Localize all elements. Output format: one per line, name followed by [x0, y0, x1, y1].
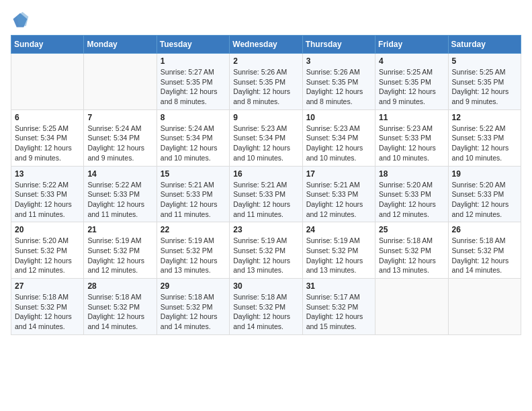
day-number: 30 — [233, 281, 298, 291]
day-info: Sunrise: 5:20 AMSunset: 5:33 PMDaylight:… — [452, 180, 517, 220]
day-header-monday: Monday — [84, 36, 157, 54]
day-info: Sunrise: 5:18 AMSunset: 5:32 PMDaylight:… — [87, 292, 152, 332]
day-number: 27 — [15, 281, 80, 291]
calendar-cell: 19 Sunrise: 5:20 AMSunset: 5:33 PMDaylig… — [448, 166, 521, 222]
day-number: 1 — [161, 56, 226, 66]
day-info: Sunrise: 5:25 AMSunset: 5:35 PMDaylight:… — [452, 67, 517, 107]
calendar-cell: 20 Sunrise: 5:20 AMSunset: 5:32 PMDaylig… — [11, 222, 84, 279]
day-number: 19 — [452, 169, 517, 179]
calendar-cell: 30 Sunrise: 5:18 AMSunset: 5:32 PMDaylig… — [230, 279, 302, 335]
day-header-saturday: Saturday — [448, 36, 521, 54]
day-info: Sunrise: 5:23 AMSunset: 5:33 PMDaylight:… — [379, 124, 444, 163]
calendar-cell: 16 Sunrise: 5:21 AMSunset: 5:33 PMDaylig… — [230, 166, 302, 222]
day-header-friday: Friday — [375, 36, 448, 54]
calendar-header-row: SundayMondayTuesdayWednesdayThursdayFrid… — [11, 36, 521, 54]
page-header — [11, 11, 521, 30]
day-number: 11 — [379, 113, 444, 122]
calendar-cell: 6 Sunrise: 5:25 AMSunset: 5:34 PMDayligh… — [11, 109, 84, 166]
day-info: Sunrise: 5:18 AMSunset: 5:32 PMDaylight:… — [233, 292, 298, 332]
day-number: 24 — [306, 225, 371, 234]
day-number: 3 — [306, 56, 371, 66]
day-number: 9 — [233, 113, 298, 122]
day-number: 26 — [452, 225, 517, 234]
calendar-cell — [11, 54, 84, 110]
calendar-cell: 17 Sunrise: 5:21 AMSunset: 5:33 PMDaylig… — [302, 166, 375, 222]
day-number: 18 — [379, 169, 444, 179]
calendar-cell: 12 Sunrise: 5:22 AMSunset: 5:33 PMDaylig… — [448, 109, 521, 166]
week-row-1: 1 Sunrise: 5:27 AMSunset: 5:35 PMDayligh… — [11, 54, 521, 110]
calendar-cell: 28 Sunrise: 5:18 AMSunset: 5:32 PMDaylig… — [84, 279, 157, 335]
calendar-cell: 29 Sunrise: 5:18 AMSunset: 5:32 PMDaylig… — [157, 279, 229, 335]
calendar-cell: 9 Sunrise: 5:23 AMSunset: 5:34 PMDayligh… — [230, 109, 302, 166]
day-number: 5 — [452, 56, 517, 66]
calendar-cell: 7 Sunrise: 5:24 AMSunset: 5:34 PMDayligh… — [84, 109, 157, 166]
day-number: 14 — [87, 169, 152, 179]
day-number: 22 — [161, 225, 226, 234]
day-info: Sunrise: 5:25 AMSunset: 5:35 PMDaylight:… — [379, 67, 444, 107]
calendar-cell: 13 Sunrise: 5:22 AMSunset: 5:33 PMDaylig… — [11, 166, 84, 222]
day-info: Sunrise: 5:24 AMSunset: 5:34 PMDaylight:… — [161, 124, 226, 163]
calendar-cell: 5 Sunrise: 5:25 AMSunset: 5:35 PMDayligh… — [448, 54, 521, 110]
day-number: 20 — [15, 225, 80, 234]
calendar-cell — [448, 279, 521, 335]
day-number: 7 — [87, 113, 152, 122]
day-number: 17 — [306, 169, 371, 179]
day-number: 10 — [306, 113, 371, 122]
calendar-cell — [375, 279, 448, 335]
calendar-cell: 8 Sunrise: 5:24 AMSunset: 5:34 PMDayligh… — [157, 109, 229, 166]
calendar-cell: 22 Sunrise: 5:19 AMSunset: 5:32 PMDaylig… — [157, 222, 229, 279]
day-header-thursday: Thursday — [302, 36, 375, 54]
day-number: 16 — [233, 169, 298, 179]
day-info: Sunrise: 5:27 AMSunset: 5:35 PMDaylight:… — [161, 67, 226, 107]
calendar-cell: 15 Sunrise: 5:21 AMSunset: 5:33 PMDaylig… — [157, 166, 229, 222]
day-number: 21 — [87, 225, 152, 234]
calendar-cell: 4 Sunrise: 5:25 AMSunset: 5:35 PMDayligh… — [375, 54, 448, 110]
day-number: 6 — [15, 113, 80, 122]
logo — [11, 11, 32, 30]
calendar-cell: 31 Sunrise: 5:17 AMSunset: 5:32 PMDaylig… — [302, 279, 375, 335]
day-number: 29 — [161, 281, 226, 291]
day-number: 2 — [233, 56, 298, 66]
day-number: 15 — [161, 169, 226, 179]
calendar-cell: 26 Sunrise: 5:18 AMSunset: 5:32 PMDaylig… — [448, 222, 521, 279]
calendar-table: SundayMondayTuesdayWednesdayThursdayFrid… — [11, 35, 521, 335]
calendar-cell: 11 Sunrise: 5:23 AMSunset: 5:33 PMDaylig… — [375, 109, 448, 166]
calendar-cell: 3 Sunrise: 5:26 AMSunset: 5:35 PMDayligh… — [302, 54, 375, 110]
day-info: Sunrise: 5:21 AMSunset: 5:33 PMDaylight:… — [233, 180, 298, 220]
day-info: Sunrise: 5:23 AMSunset: 5:34 PMDaylight:… — [306, 124, 371, 163]
day-info: Sunrise: 5:23 AMSunset: 5:34 PMDaylight:… — [233, 124, 298, 163]
day-number: 12 — [452, 113, 517, 122]
day-number: 13 — [15, 169, 80, 179]
day-info: Sunrise: 5:18 AMSunset: 5:32 PMDaylight:… — [452, 236, 517, 275]
day-info: Sunrise: 5:18 AMSunset: 5:32 PMDaylight:… — [379, 236, 444, 275]
calendar-cell: 25 Sunrise: 5:18 AMSunset: 5:32 PMDaylig… — [375, 222, 448, 279]
day-info: Sunrise: 5:20 AMSunset: 5:33 PMDaylight:… — [379, 180, 444, 220]
day-header-sunday: Sunday — [11, 36, 84, 54]
day-info: Sunrise: 5:19 AMSunset: 5:32 PMDaylight:… — [306, 236, 371, 275]
calendar-cell: 2 Sunrise: 5:26 AMSunset: 5:35 PMDayligh… — [230, 54, 302, 110]
day-info: Sunrise: 5:20 AMSunset: 5:32 PMDaylight:… — [15, 236, 80, 275]
calendar-cell: 23 Sunrise: 5:19 AMSunset: 5:32 PMDaylig… — [230, 222, 302, 279]
day-header-tuesday: Tuesday — [157, 36, 229, 54]
week-row-5: 27 Sunrise: 5:18 AMSunset: 5:32 PMDaylig… — [11, 279, 521, 335]
week-row-2: 6 Sunrise: 5:25 AMSunset: 5:34 PMDayligh… — [11, 109, 521, 166]
day-info: Sunrise: 5:19 AMSunset: 5:32 PMDaylight:… — [87, 236, 152, 275]
day-info: Sunrise: 5:18 AMSunset: 5:32 PMDaylight:… — [15, 292, 80, 332]
day-info: Sunrise: 5:22 AMSunset: 5:33 PMDaylight:… — [87, 180, 152, 220]
calendar-cell: 21 Sunrise: 5:19 AMSunset: 5:32 PMDaylig… — [84, 222, 157, 279]
calendar-cell: 24 Sunrise: 5:19 AMSunset: 5:32 PMDaylig… — [302, 222, 375, 279]
week-row-3: 13 Sunrise: 5:22 AMSunset: 5:33 PMDaylig… — [11, 166, 521, 222]
day-number: 25 — [379, 225, 444, 234]
calendar-cell: 18 Sunrise: 5:20 AMSunset: 5:33 PMDaylig… — [375, 166, 448, 222]
day-info: Sunrise: 5:26 AMSunset: 5:35 PMDaylight:… — [306, 67, 371, 107]
calendar-cell: 27 Sunrise: 5:18 AMSunset: 5:32 PMDaylig… — [11, 279, 84, 335]
day-number: 4 — [379, 56, 444, 66]
day-info: Sunrise: 5:21 AMSunset: 5:33 PMDaylight:… — [306, 180, 371, 220]
day-info: Sunrise: 5:17 AMSunset: 5:32 PMDaylight:… — [306, 292, 371, 332]
calendar-cell: 1 Sunrise: 5:27 AMSunset: 5:35 PMDayligh… — [157, 54, 229, 110]
day-info: Sunrise: 5:19 AMSunset: 5:32 PMDaylight:… — [161, 236, 226, 275]
day-info: Sunrise: 5:26 AMSunset: 5:35 PMDaylight:… — [233, 67, 298, 107]
day-info: Sunrise: 5:18 AMSunset: 5:32 PMDaylight:… — [161, 292, 226, 332]
day-info: Sunrise: 5:22 AMSunset: 5:33 PMDaylight:… — [452, 124, 517, 163]
day-number: 23 — [233, 225, 298, 234]
